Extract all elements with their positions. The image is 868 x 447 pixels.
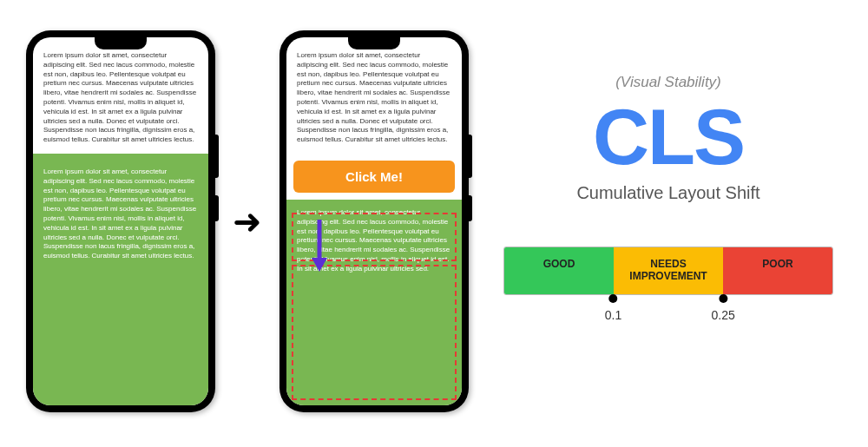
phone-notch	[348, 37, 400, 49]
shift-arrow-icon	[310, 220, 329, 272]
scale-needs-improvement: NEEDS IMPROVEMENT	[614, 247, 723, 294]
lorem-block-top: Lorem ipsum dolor sit amet, consectetur …	[33, 37, 208, 154]
cls-logo-l: L	[648, 94, 694, 181]
phone-after: Lorem ipsum dolor sit amet, consectetur …	[279, 30, 469, 412]
arrow-right-icon: ➜	[233, 204, 262, 239]
tick-poor-threshold: 0.25	[711, 294, 734, 322]
scale-good: GOOD	[504, 247, 614, 294]
svg-marker-1	[312, 258, 327, 272]
cls-logo-c: C	[593, 94, 648, 181]
inserted-button-area: Click Me!	[286, 154, 462, 200]
tick-value-good: 0.1	[605, 308, 621, 322]
phone-before: Lorem ipsum dolor sit amet, consectetur …	[26, 30, 215, 412]
tick-dot-icon	[609, 294, 618, 303]
scale-poor: POOR	[723, 247, 832, 294]
lorem-block-top: Lorem ipsum dolor sit amet, consectetur …	[286, 37, 462, 154]
threshold-scale: GOOD NEEDS IMPROVEMENT POOR	[503, 247, 833, 295]
threshold-ticks: 0.1 0.25	[503, 294, 833, 329]
tick-good-threshold: 0.1	[605, 294, 621, 322]
click-me-button[interactable]: Click Me!	[293, 161, 455, 193]
metric-full-name: Cumulative Layout Shift	[503, 183, 833, 203]
phone-notch	[95, 37, 147, 49]
cls-info-panel: (Visual Stability) CLS Cumulative Layout…	[503, 74, 833, 329]
phone-comparison: Lorem ipsum dolor sit amet, consectetur …	[26, 30, 469, 412]
phone-before-screen: Lorem ipsum dolor sit amet, consectetur …	[33, 37, 208, 405]
tick-value-poor: 0.25	[711, 308, 734, 322]
metric-subtitle: (Visual Stability)	[503, 74, 833, 91]
tick-dot-icon	[719, 294, 727, 303]
cls-logo: CLS	[503, 98, 833, 176]
cls-logo-s: S	[694, 94, 744, 181]
lorem-block-bottom: Lorem ipsum dolor sit amet, consectetur …	[33, 154, 208, 405]
